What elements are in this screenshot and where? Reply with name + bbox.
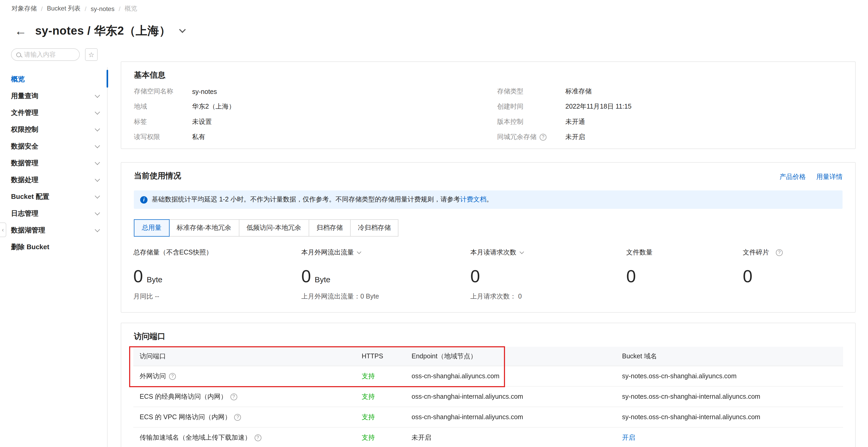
chevron-down-icon — [95, 177, 100, 182]
field-row: 同城冗余存储 ? 未开启 — [497, 130, 631, 145]
breadcrumb-item-overview: 概览 — [125, 4, 137, 13]
star-icon: ☆ — [88, 51, 94, 59]
help-icon[interactable]: ? — [254, 434, 261, 441]
sidebar-item-data-management[interactable]: 数据管理 — [11, 155, 99, 171]
stat-number: 0 — [470, 267, 480, 285]
product-price-link[interactable]: 产品价格 — [779, 172, 806, 182]
field-label: 同城冗余存储 ? — [497, 133, 565, 142]
help-icon[interactable]: ? — [169, 373, 176, 380]
chevron-down-icon — [95, 126, 100, 131]
stat-file-fragments: 文件碎片 ? 0 — [743, 248, 783, 285]
tab-cold-archive[interactable]: 冷归档存储 — [350, 219, 399, 236]
search-input[interactable] — [24, 51, 74, 58]
sidebar-item-usage-query[interactable]: 用量查询 — [11, 88, 99, 104]
help-icon[interactable]: ? — [235, 414, 241, 420]
tab-archive[interactable]: 归档存储 — [309, 219, 351, 236]
help-icon[interactable]: ? — [230, 393, 237, 400]
sidebar-search[interactable] — [11, 48, 80, 61]
basic-info-right-column: 存储类型 标准存储 创建时间 2022年11月18日 11:15 版本控制 未开… — [497, 84, 631, 145]
endpoint-cell: oss-cn-shanghai.aliyuncs.com — [411, 373, 622, 380]
field-row: 地域 华东2（上海） — [134, 99, 235, 115]
breadcrumb-separator: / — [85, 5, 87, 12]
bucket-switcher-chevron-down-icon[interactable] — [179, 26, 186, 33]
chevron-down-icon — [95, 193, 100, 199]
enable-acceleration-link[interactable]: 开启 — [622, 434, 635, 441]
breadcrumb-item-bucket[interactable]: sy-notes — [91, 5, 115, 12]
stat-label-text: 总存储量（不含ECS快照） — [133, 248, 212, 257]
help-icon[interactable]: ? — [776, 249, 783, 256]
billing-doc-link[interactable]: 计费文档 — [460, 196, 486, 203]
sidebar-item-overview[interactable]: 概览 — [11, 71, 99, 88]
ports-table: 访问端口 HTTPS Endpoint（地域节点） Bucket 域名 外网访问… — [133, 347, 843, 447]
https-cell: 支持 — [362, 413, 411, 421]
usage-detail-link[interactable]: 用量详情 — [816, 172, 842, 182]
table-row-transfer-acceleration: 传输加速域名（全地域上传下载加速） ? 支持 未开启 开启 — [133, 427, 843, 447]
stat-value: 0 — [626, 267, 652, 285]
sidebar-item-label: 权限控制 — [11, 125, 38, 134]
sidebar-divider — [107, 67, 107, 447]
sidebar-item-label: 数据安全 — [11, 142, 38, 151]
basic-info-card: 基本信息 存储空间名称 sy-notes 地域 华东2（上海） 标签 未设置 读… — [121, 61, 856, 149]
tab-ia-lrs[interactable]: 低频访问-本地冗余 — [239, 219, 309, 236]
sidebar-item-file-management[interactable]: 文件管理 — [11, 104, 99, 121]
tab-total-usage[interactable]: 总用量 — [134, 219, 169, 236]
stat-label: 文件碎片 ? — [743, 248, 783, 257]
stat-subtext: 上月请求次数： 0 — [470, 292, 523, 301]
port-name-cell: ECS 的经典网络访问（内网） ? — [133, 392, 362, 401]
usage-title: 当前使用情况 — [134, 171, 181, 181]
stat-read-requests: 本月读请求次数 0 上月请求次数： 0 — [470, 248, 523, 301]
breadcrumb-item-object-storage[interactable]: 对象存储 — [11, 4, 37, 13]
table-row-public-access: 外网访问 ? 支持 oss-cn-shanghai.aliyuncs.com s… — [133, 366, 843, 387]
stat-number: 0 — [133, 267, 143, 285]
stat-label-text: 文件数量 — [626, 248, 652, 257]
https-cell: 支持 — [362, 392, 411, 401]
port-name: ECS 的 VPC 网络访问（内网） — [140, 413, 231, 421]
sidebar-item-delete-bucket[interactable]: 删除 Bucket — [11, 239, 99, 256]
table-row-ecs-classic: ECS 的经典网络访问（内网） ? 支持 oss-cn-shanghai-int… — [133, 387, 843, 407]
stat-label: 本月外网流出流量 — [301, 248, 379, 257]
stat-outbound-traffic: 本月外网流出流量 0 Byte 上月外网流出流量：0 Byte — [301, 248, 379, 301]
field-label: 存储类型 — [497, 87, 565, 96]
sidebar-item-permission-control[interactable]: 权限控制 — [11, 121, 99, 138]
field-label: 存储空间名称 — [134, 87, 192, 96]
back-arrow-icon[interactable]: ← — [15, 25, 27, 37]
basic-info-title: 基本信息 — [134, 70, 165, 80]
domain-cell: 开启 — [622, 433, 843, 442]
port-name-cell: 传输加速域名（全地域上传下载加速） ? — [133, 433, 362, 442]
sidebar-menu: 概览 用量查询 文件管理 权限控制 数据安全 数据管理 数据处理 Bucket … — [11, 71, 99, 256]
tab-standard-lrs[interactable]: 标准存储-本地冗余 — [169, 219, 239, 236]
favorite-button[interactable]: ☆ — [85, 48, 98, 61]
breadcrumb-item-bucket-list[interactable]: Bucket 列表 — [47, 4, 81, 13]
sidebar-item-log-management[interactable]: 日志管理 — [11, 205, 99, 222]
chevron-down-icon[interactable] — [357, 250, 362, 254]
table-row-ecs-vpc: ECS 的 VPC 网络访问（内网） ? 支持 oss-cn-shanghai-… — [133, 407, 843, 427]
port-name-cell: ECS 的 VPC 网络访问（内网） ? — [133, 413, 362, 421]
notice-text-body: 基础数据统计平均延迟 1-2 小时。不作为计量数据，仅作参考。不同存储类型的存储… — [152, 196, 460, 203]
stat-label: 本月读请求次数 — [470, 248, 523, 257]
stat-label-text: 文件碎片 — [743, 248, 769, 257]
stat-subtext: 上月外网流出流量：0 Byte — [301, 292, 379, 301]
title-bar: ← sy-notes / 华东2（上海） — [15, 23, 185, 39]
stat-file-count: 文件数量 0 — [626, 248, 652, 285]
sidebar-collapse-handle[interactable]: ‹ — [0, 222, 6, 237]
column-header-port: 访问端口 — [133, 352, 362, 361]
search-icon — [16, 52, 21, 57]
sidebar-item-data-security[interactable]: 数据安全 — [11, 138, 99, 155]
field-label: 创建时间 — [497, 102, 565, 111]
sidebar-item-label: 概览 — [11, 74, 25, 84]
ports-title: 访问端口 — [134, 331, 165, 342]
sidebar-active-indicator — [106, 70, 108, 88]
field-value: sy-notes — [192, 88, 217, 95]
stat-label: 总存储量（不含ECS快照） — [133, 248, 212, 257]
sidebar-item-data-processing[interactable]: 数据处理 — [11, 171, 99, 188]
sidebar-item-data-lake[interactable]: 数据湖管理 — [11, 222, 99, 239]
sidebar-item-bucket-config[interactable]: Bucket 配置 — [11, 188, 99, 205]
column-header-domain: Bucket 域名 — [622, 352, 843, 361]
column-header-endpoint: Endpoint（地域节点） — [411, 352, 622, 361]
chevron-down-icon[interactable] — [520, 250, 524, 254]
help-icon[interactable]: ? — [540, 134, 547, 140]
chevron-down-icon — [95, 109, 100, 115]
column-header-https: HTTPS — [362, 353, 411, 360]
field-value: 未设置 — [192, 118, 212, 126]
port-name: ECS 的经典网络访问（内网） — [140, 392, 227, 401]
